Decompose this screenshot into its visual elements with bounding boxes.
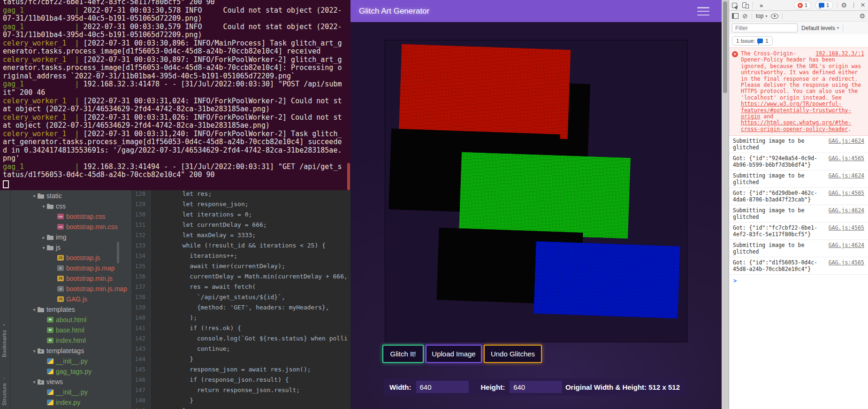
console-source-link[interactable]: GAG.js:4565 (827, 259, 864, 272)
log-text: 192.168.32.3:41478 - - [31/Jul/2022:00:0… (79, 80, 342, 88)
terminal-scrollbar[interactable] (347, 163, 350, 190)
tree-item[interactable]: ▾ templatetags (10, 346, 131, 356)
more-tabs-button[interactable]: » (757, 0, 766, 11)
tree-item[interactable]: about.html (10, 315, 131, 325)
file-label: templates (46, 306, 75, 313)
tree-item[interactable]: gag_tags.py (10, 366, 131, 377)
tree-item[interactable]: bootstrap.min.css (10, 222, 131, 232)
tree-item[interactable]: ▾ templates (10, 304, 131, 315)
chevron-icon[interactable]: ▾ (40, 204, 47, 209)
glitch-it-button[interactable]: Glitch It! (382, 345, 424, 363)
terminal-line: celery_worker_1 | [2022-07-31 00:03:30,8… (3, 56, 350, 64)
filter-input[interactable] (732, 23, 798, 32)
tree-item[interactable]: ▾ js (10, 242, 131, 253)
project-tree[interactable]: ▾ static ▾ css bootstrap.css (10, 190, 131, 409)
upload-image-button[interactable]: Upload Image (426, 345, 482, 363)
page-scrollbar-thumb[interactable] (723, 1, 727, 93)
devtools-main-toolbar: » ✕ 1 1 ⚙ ⋮ × (729, 0, 868, 11)
original-size-label: Original Width & Height: 512 x 512 (565, 383, 680, 391)
console-log-message: Got: {"id":"fc7cbf22-6be1-4ef2-83fc-5e11… (733, 224, 827, 238)
context-selector[interactable]: top ▾ (756, 13, 768, 19)
line-number: 145 (132, 364, 145, 375)
tree-item[interactable]: bootstrap.css (10, 211, 131, 222)
tree-item[interactable]: index.html (10, 335, 131, 346)
tree-item[interactable]: ▾ css (10, 201, 131, 211)
bookmarks-tool-button[interactable]: Bookmarks ▪ (1, 323, 7, 357)
tree-item[interactable]: bootstrap.js.map (10, 263, 131, 273)
console-source-link[interactable]: GAG.js:4565 (827, 190, 864, 203)
console-source-link[interactable]: GAG.js:4565 (827, 155, 864, 168)
hamburger-menu-icon[interactable] (697, 7, 709, 15)
tree-item[interactable]: ▸ img (10, 232, 131, 242)
chevron-icon[interactable]: ▾ (31, 193, 38, 199)
chevron-icon[interactable]: ▾ (31, 348, 38, 354)
terminal-window[interactable]: tatus/fc7cbf22-6be1-4ef2-83fc-5e117f80bc… (0, 0, 350, 190)
undo-glitches-button[interactable]: Undo Glitches (484, 345, 542, 363)
error-count-badge[interactable]: ✕ 1 (794, 1, 811, 9)
error-link-1[interactable]: https://www.w3.org/TR/powerful-features/… (741, 100, 851, 120)
terminal-line: d in 0.3424174813553691s: '/gag/2022-07-… (3, 147, 350, 155)
console-prompt[interactable]: > (729, 275, 868, 287)
file-icon (57, 296, 64, 302)
line-number: 146 (132, 375, 145, 385)
width-input[interactable] (416, 381, 469, 393)
terminal-line: celery_worker_1 | [2022-07-31 00:03:31,0… (3, 114, 350, 122)
tree-item[interactable]: bootstrap.min.js.map (10, 284, 131, 294)
live-expression-eye-icon[interactable] (771, 14, 778, 19)
error-link-2[interactable]: https://html.spec.whatwg.org/#the-cross-… (741, 119, 851, 132)
chevron-icon[interactable]: ▾ (31, 379, 38, 385)
chevron-icon[interactable]: ▸ (40, 235, 47, 240)
close-devtools-icon[interactable]: × (860, 2, 865, 8)
console-source-link[interactable]: GAG.js:4624 (827, 138, 864, 151)
console-source-link[interactable]: GAG.js:4624 (827, 172, 864, 185)
tree-item[interactable]: __init__.py (10, 387, 131, 397)
log-text: [2022-07-31 00:03:30,897: INFO/ForkPoolW… (79, 55, 342, 64)
code-text: continue; (175, 344, 230, 354)
console-source-link[interactable]: GAG.js:4624 (827, 207, 864, 220)
console-settings-gear-icon[interactable]: ⚙ (859, 13, 865, 19)
issues-button[interactable]: 1 Issue: 1 (732, 36, 773, 46)
settings-gear-icon[interactable]: ⚙ (841, 2, 847, 8)
console-source-link[interactable]: GAG.js:4565 (827, 224, 864, 238)
ide-tool-stripe: Bookmarks ▪ Structure ▫ (0, 190, 11, 409)
chevron-icon[interactable]: ▾ (40, 245, 47, 250)
error-source-link[interactable]: 192.168.32.3/:1 (815, 51, 864, 57)
chevron-down-icon: ▾ (765, 14, 767, 18)
tree-item[interactable]: bootstrap.js (10, 253, 131, 263)
log-text: enerator.tasks.process_image[d1f56053-0d… (3, 47, 320, 55)
page-scrollbar[interactable] (722, 0, 729, 409)
chevron-icon[interactable]: ▾ (31, 307, 38, 312)
structure-tool-button[interactable]: Structure ▫ (1, 376, 7, 406)
service-name: gag_1 | (3, 162, 79, 171)
tree-item[interactable]: index.py (10, 397, 131, 408)
console-log-message: Got: {"id":"d1f56053-0d4c-45d8-a24b-70cc… (733, 259, 827, 272)
console-log-message: Submitting image to be glitched (733, 172, 827, 185)
terminal-line: at object (2022-07-31/46534629-2fd4-4742… (3, 105, 350, 114)
tree-item[interactable]: ▾ static (10, 191, 131, 201)
code-editor[interactable]: 128 let res; 129 let response_json; 130 … (131, 190, 350, 409)
console-source-link[interactable]: GAG.js:4624 (827, 242, 864, 255)
code-text: {method: 'GET', headers: myHeaders}, (175, 302, 329, 313)
error-circle-icon: ✕ (732, 51, 738, 57)
console-sidebar-icon[interactable] (732, 13, 739, 19)
code-text: let iterations = 0; (175, 209, 252, 220)
clear-console-icon[interactable]: ⊘ (742, 13, 748, 19)
message-count-badge[interactable]: 1 (815, 1, 833, 9)
tree-item[interactable]: __init__.py (10, 356, 131, 366)
tree-item[interactable]: base.html (10, 325, 131, 335)
tree-item[interactable]: bootstrap.min.js (10, 273, 131, 284)
log-text: tatus/d1f56053-0d4c-45d8-a24b-70ccb82e10… (3, 170, 215, 179)
tree-scrollbar[interactable] (117, 242, 119, 263)
inspect-element-icon[interactable] (732, 2, 739, 8)
kebab-menu-icon[interactable]: ⋮ (851, 2, 857, 8)
console-log-row: Submitting image to be glitched GAG.js:4… (729, 170, 868, 188)
tree-item[interactable]: GAG.js (10, 294, 131, 304)
code-text: let response_json; (175, 199, 249, 209)
height-input[interactable] (510, 381, 562, 393)
code-line: 137 res = await fetch( (131, 282, 350, 292)
tree-item[interactable]: ▾ views (10, 377, 131, 387)
log-levels-selector[interactable]: Default levels ▾ (801, 25, 839, 31)
console-log-row: Submitting image to be glitched GAG.js:4… (729, 205, 868, 223)
device-toolbar-icon[interactable] (742, 2, 749, 8)
divider (837, 2, 838, 8)
